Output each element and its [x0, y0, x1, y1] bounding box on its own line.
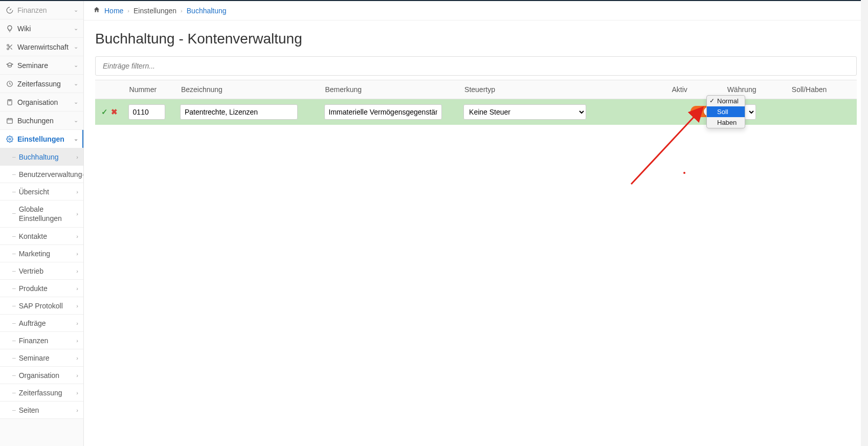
chevron-right-icon: ›	[127, 8, 129, 14]
breadcrumb-einstellungen: Einstellungen	[133, 7, 176, 15]
chevron-right-icon: ›	[76, 189, 78, 195]
sidebar-sub-seiten[interactable]: – Seiten ›	[0, 402, 83, 419]
sidebar-item-finanzen[interactable]: Finanzen ⌄	[0, 1, 83, 19]
chevron-right-icon: ›	[76, 390, 78, 396]
sidebar-sub-kontakte[interactable]: – Kontakte ›	[0, 228, 83, 245]
dropdown-option-normal[interactable]: Normal	[707, 96, 745, 106]
clock-icon	[5, 80, 14, 87]
chevron-right-icon: ›	[76, 320, 78, 326]
row-actions: ✓ ✖	[98, 107, 122, 117]
dash-icon: –	[12, 233, 16, 240]
sidebar-sub-label: Seminare	[19, 354, 77, 362]
chevron-down-icon: ⌄	[74, 25, 78, 32]
dash-icon: –	[12, 153, 16, 161]
sidebar-sub-label: Produkte	[19, 284, 77, 293]
clipboard-icon	[5, 99, 14, 106]
sollhaben-dropdown[interactable]: Normal Soll Haben	[706, 95, 745, 128]
breadcrumb: Home › Einstellungen › Buchhaltung	[84, 1, 868, 20]
sidebar-item-label: Buchungen	[17, 117, 74, 125]
sidebar-sub-vertrieb[interactable]: – Vertrieb ›	[0, 262, 83, 280]
chevron-down-icon: ⌄	[74, 7, 78, 13]
filter-input[interactable]	[96, 57, 856, 75]
chevron-right-icon: ›	[76, 210, 78, 217]
sidebar-item-wiki[interactable]: Wiki ⌄	[0, 19, 83, 38]
sidebar-sub-label: Organisation	[19, 371, 77, 380]
chevron-right-icon: ›	[76, 338, 78, 344]
dash-icon: –	[12, 210, 16, 218]
calendar-icon	[5, 117, 14, 124]
bezeichnung-input[interactable]	[180, 104, 298, 120]
chevron-down-icon: ⌄	[74, 62, 78, 69]
chevron-right-icon: ›	[76, 154, 78, 160]
sidebar-sub-zeiterfassung[interactable]: – Zeiterfassung ›	[0, 384, 83, 402]
content: Buchhaltung - Kontenverwaltung Nummer Be…	[84, 20, 868, 446]
scissors-icon	[5, 43, 14, 51]
bemerkung-input[interactable]	[324, 104, 442, 120]
sidebar-sub-label: Globale Einstellungen	[19, 205, 77, 223]
gear-icon	[5, 136, 14, 143]
cancel-icon[interactable]: ✖	[111, 107, 118, 117]
sidebar-sub-seminare[interactable]: – Seminare ›	[0, 349, 83, 367]
sidebar-sub-uebersicht[interactable]: – Übersicht ›	[0, 183, 83, 200]
sidebar-sub-label: Finanzen	[19, 337, 77, 345]
sidebar-item-label: Finanzen	[17, 6, 74, 14]
sidebar-sub-label: Marketing	[19, 250, 77, 258]
svg-point-1	[7, 48, 9, 50]
svg-rect-4	[7, 118, 13, 123]
dash-icon: –	[12, 267, 16, 275]
sidebar-sub-buchhaltung[interactable]: – Buchhaltung ›	[0, 148, 83, 166]
chevron-down-icon: ⌄	[74, 80, 78, 87]
sidebar-item-label: Organisation	[17, 98, 74, 106]
chevron-right-icon: ›	[76, 285, 78, 292]
sidebar-sub-label: Kontakte	[19, 232, 77, 240]
sidebar-sub-sap-protokoll[interactable]: – SAP Protokoll ›	[0, 297, 83, 315]
sidebar-item-einstellungen[interactable]: Einstellungen ⌄	[0, 130, 83, 148]
dropdown-option-soll[interactable]: Soll	[707, 106, 745, 117]
svg-point-5	[9, 138, 11, 140]
sidebar-sub-marketing[interactable]: – Marketing ›	[0, 245, 83, 262]
sidebar-sub-produkte[interactable]: – Produkte ›	[0, 280, 83, 297]
col-header-bezeichnung: Bezeichnung	[177, 80, 321, 99]
chevron-right-icon: ›	[76, 407, 78, 413]
main-area: Home › Einstellungen › Buchhaltung Buchh…	[84, 1, 868, 446]
chevron-down-icon: ⌄	[74, 117, 78, 124]
sidebar-item-warenwirtschaft[interactable]: Warenwirtschaft ⌄	[0, 38, 83, 56]
dropdown-option-haben[interactable]: Haben	[707, 117, 745, 128]
sidebar-sub-organisation[interactable]: – Organisation ›	[0, 367, 83, 384]
confirm-icon[interactable]: ✓	[101, 107, 108, 117]
sidebar-item-zeiterfassung[interactable]: Zeiterfassung ⌄	[0, 75, 83, 93]
sidebar-sub-auftraege[interactable]: – Aufträge ›	[0, 315, 83, 332]
sidebar-item-label: Einstellungen	[17, 135, 74, 143]
breadcrumb-home[interactable]: Home	[104, 7, 123, 15]
col-header-sollhaben: Soll/Haben	[788, 80, 857, 99]
dash-icon: –	[12, 389, 16, 396]
sidebar-sub-label: Vertrieb	[19, 267, 77, 275]
bulb-icon	[5, 25, 14, 32]
sidebar-item-seminare[interactable]: Seminare ⌄	[0, 56, 83, 75]
sidebar-sub-label: SAP Protokoll	[19, 302, 77, 310]
chevron-down-icon: ⌄	[74, 136, 78, 142]
dash-icon: –	[12, 354, 16, 362]
scrollbar[interactable]	[861, 0, 868, 446]
sidebar-item-organisation[interactable]: Organisation ⌄	[0, 93, 83, 112]
sidebar-sub-label: Buchhaltung	[19, 153, 77, 161]
sidebar-sub-benutzerverwaltung[interactable]: – Benutzerverwaltung ›	[0, 166, 83, 183]
nummer-input[interactable]	[128, 104, 165, 120]
sidebar-sub-label: Seiten	[19, 406, 77, 414]
sidebar-item-buchungen[interactable]: Buchungen ⌄	[0, 112, 83, 130]
breadcrumb-buchhaltung[interactable]: Buchhaltung	[187, 7, 227, 15]
sidebar-sub-label: Zeiterfassung	[19, 389, 77, 397]
dash-icon: –	[12, 171, 16, 178]
dash-icon: –	[12, 407, 16, 414]
sidebar-item-label: Zeiterfassung	[17, 80, 74, 88]
steuertyp-select[interactable]: Keine Steuer	[463, 104, 586, 120]
sidebar-sub-globale-einstellungen[interactable]: – Globale Einstellungen ›	[0, 200, 83, 228]
chevron-right-icon: ›	[76, 355, 78, 361]
col-header-bemerkung: Bemerkung	[321, 80, 461, 99]
page-title: Buchhaltung - Kontenverwaltung	[95, 31, 857, 47]
chevron-right-icon: ›	[76, 268, 78, 274]
chevron-right-icon: ›	[76, 303, 78, 309]
chevron-down-icon: ⌄	[74, 99, 78, 105]
graduation-icon	[5, 62, 14, 69]
sidebar-sub-finanzen[interactable]: – Finanzen ›	[0, 332, 83, 349]
